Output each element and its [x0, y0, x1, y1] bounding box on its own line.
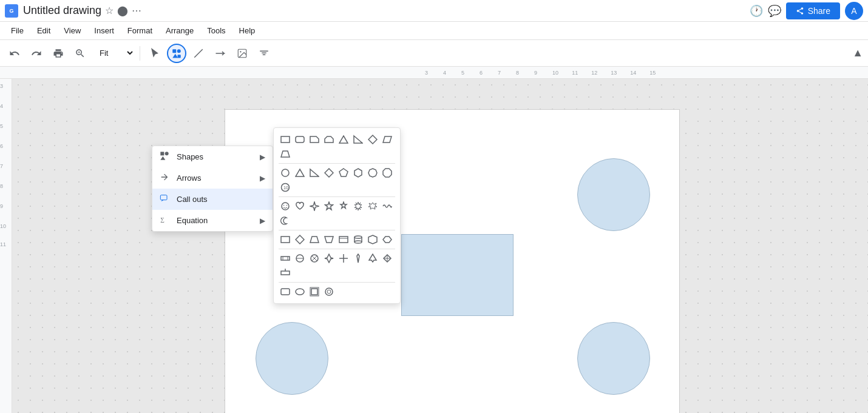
svg-marker-4 [172, 53, 178, 58]
share-button[interactable]: Share [786, 2, 840, 19]
select-button[interactable] [145, 44, 164, 63]
svg-marker-64 [357, 254, 359, 263]
shape-flow7-btn[interactable] [366, 233, 379, 246]
shape-bang-btn[interactable] [366, 200, 379, 213]
shape-tri2-btn[interactable] [293, 166, 307, 180]
shape-circle-tr[interactable] [577, 158, 650, 231]
menu-format[interactable]: Format [121, 24, 158, 38]
undo-button[interactable] [5, 44, 24, 63]
shape-deca-btn[interactable]: 10 [279, 181, 292, 194]
drive-icon[interactable]: ⬤ [117, 5, 128, 16]
menu-file[interactable]: File [5, 24, 30, 38]
shape-flow4-btn[interactable] [322, 233, 336, 246]
dropdown-callouts[interactable]: Call outs [152, 189, 273, 210]
shape-flow1-btn[interactable] [279, 233, 292, 246]
svg-point-8 [240, 51, 241, 52]
shape-extra3-btn[interactable] [308, 252, 321, 265]
shape-circle-btn[interactable] [279, 166, 292, 180]
menu-tools[interactable]: Tools [201, 24, 231, 38]
line-button[interactable] [189, 44, 208, 63]
zoom-select[interactable]: Fit 50% 75% 100% 125% 150% 200% [92, 45, 135, 61]
menu-arrange[interactable]: Arrange [160, 24, 200, 38]
shape-star5-btn[interactable] [322, 200, 336, 213]
toolbar: Fit 50% 75% 100% 125% 150% 200% ▲ [0, 40, 868, 67]
dropdown-equation[interactable]: ∑ Equation ▶ [152, 210, 273, 231]
shape-circle-br[interactable] [577, 322, 650, 395]
print-button[interactable] [49, 44, 68, 63]
svg-rect-69 [281, 271, 290, 275]
shape-diamond-btn[interactable] [366, 133, 379, 146]
shape-hexa-btn[interactable] [351, 166, 365, 180]
star-icon[interactable]: ☆ [105, 5, 114, 16]
shape-heart-btn[interactable] [293, 200, 307, 213]
shape-star8-btn[interactable] [351, 200, 365, 213]
shape-moon-btn[interactable] [279, 214, 292, 227]
shape-star4-btn[interactable] [308, 200, 321, 213]
shape-extra7-btn[interactable] [366, 252, 379, 265]
dropdown-arrows[interactable]: Arrows ▶ [152, 167, 273, 189]
image-button[interactable] [232, 44, 252, 63]
shape-rtri2-btn[interactable] [308, 166, 321, 180]
shape-flow5-btn[interactable] [337, 233, 350, 246]
collapse-button[interactable]: ▲ [852, 47, 863, 59]
svg-marker-28 [339, 169, 348, 176]
shape-wave-btn[interactable] [381, 200, 394, 213]
svg-marker-26 [310, 169, 319, 176]
svg-rect-12 [160, 195, 167, 200]
canvas-area[interactable]: Shapes ▶ Arrows ▶ Call outs [12, 79, 868, 413]
shape-smiley-btn[interactable] [279, 200, 292, 213]
avatar[interactable]: A [845, 2, 863, 20]
shape-flow6-btn[interactable] [351, 233, 365, 246]
shape-last4-btn[interactable] [322, 285, 336, 298]
shape-extra9-btn[interactable] [279, 266, 292, 280]
shape-roundrect-btn[interactable] [293, 133, 307, 146]
shape-flow3-btn[interactable] [308, 233, 321, 246]
shape-hepta-btn[interactable] [366, 166, 379, 180]
shape-extra1-btn[interactable] [279, 252, 292, 265]
shape-flow2-btn[interactable] [293, 233, 307, 246]
dropdown-shapes[interactable]: Shapes ▶ [152, 146, 273, 167]
shapes-button[interactable] [167, 44, 186, 63]
shape-triangle-btn[interactable] [337, 133, 350, 146]
zoom-in-button[interactable] [70, 44, 90, 63]
menu-edit[interactable]: Edit [31, 24, 56, 38]
doc-title[interactable]: Untitled drawing [23, 4, 101, 17]
menu-insert[interactable]: Insert [88, 24, 120, 38]
shape-rect-btn[interactable] [279, 133, 292, 146]
shape-last3-btn[interactable] [308, 285, 321, 298]
shape-trapezoid-btn[interactable] [279, 147, 292, 161]
shape-last2-btn[interactable] [293, 285, 307, 298]
text-button[interactable] [254, 44, 274, 63]
connector-button[interactable] [211, 44, 230, 63]
history-icon[interactable]: 🕐 [750, 4, 763, 18]
shape-extra8-btn[interactable] [381, 252, 394, 265]
shape-flow8-btn[interactable] [381, 233, 394, 246]
shape-parallelogram-btn[interactable] [381, 133, 394, 146]
shape-extra4-btn[interactable] [322, 252, 336, 265]
menu-view[interactable]: View [58, 24, 87, 38]
shape-extra5-btn[interactable] [337, 252, 350, 265]
svg-point-24 [282, 169, 289, 176]
shape-rect-center[interactable] [401, 234, 514, 316]
shape-diam2-btn[interactable] [322, 166, 336, 180]
shape-snip2-btn[interactable] [322, 133, 336, 146]
shape-snip-btn[interactable] [308, 133, 321, 146]
shape-rtriangle-btn[interactable] [351, 133, 365, 146]
svg-marker-42 [296, 235, 304, 244]
menu-help[interactable]: Help [233, 24, 262, 38]
svg-marker-38 [325, 202, 333, 210]
shape-extra2-btn[interactable] [293, 252, 307, 265]
side-ruler: 3 4 5 6 7 8 9 10 11 [0, 79, 12, 413]
more-icon[interactable]: ⋯ [132, 5, 141, 16]
shape-penta-btn[interactable] [337, 166, 350, 180]
shape-octa-btn[interactable] [381, 166, 394, 180]
svg-marker-29 [354, 169, 362, 177]
svg-point-3 [177, 49, 181, 53]
shape-star6-btn[interactable] [337, 200, 350, 213]
redo-button[interactable] [27, 44, 46, 63]
shape-circle-bl[interactable] [256, 322, 328, 395]
shape-extra6-btn[interactable] [351, 252, 365, 265]
shapes-icon [160, 151, 171, 163]
chat-icon[interactable]: 💬 [768, 4, 781, 18]
shape-last1-btn[interactable] [279, 285, 292, 298]
